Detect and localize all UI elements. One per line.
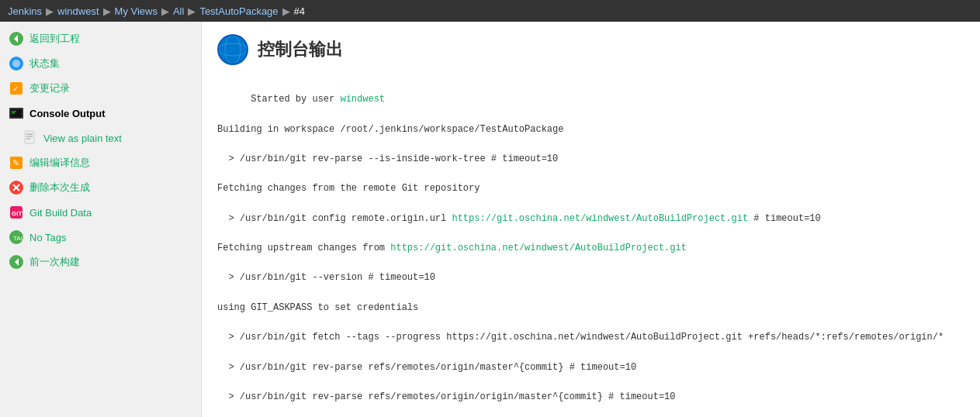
line-11: > /usr/bin/git rev-parse refs/remotes/or… — [217, 391, 676, 402]
main-layout: 返回到工程 状态集 ✓ 变更记录 — [0, 22, 980, 417]
line-10: > /usr/bin/git rev-parse refs/remotes/or… — [217, 362, 636, 373]
svg-text:✓: ✓ — [12, 84, 19, 93]
sep3: ▶ — [161, 5, 169, 17]
sidebar-item-back[interactable]: 返回到工程 — [0, 26, 201, 51]
line-2: Building in workspace /root/.jenkins/wor… — [217, 124, 563, 135]
line-1: Started by user — [251, 94, 340, 105]
line-8: using GIT_ASKPASS to set credentials — [217, 302, 418, 313]
breadcrumb-package[interactable]: TestAutoPackage — [199, 5, 278, 17]
sidebar-item-changes-label: 变更记录 — [29, 81, 70, 95]
back-icon — [8, 30, 25, 47]
sep4: ▶ — [188, 5, 196, 17]
sidebar-item-prev[interactable]: 前一次构建 — [0, 250, 201, 274]
sidebar-item-plain-label: View as plain text — [43, 133, 122, 144]
sidebar: 返回到工程 状态集 ✓ 变更记录 — [0, 22, 202, 417]
content-header: 控制台输出 — [217, 34, 964, 65]
breadcrumb-myviews[interactable]: My Views — [115, 5, 158, 17]
sep5: ▶ — [282, 5, 290, 17]
sidebar-item-console[interactable]: Console Output — [0, 101, 201, 126]
svg-rect-10 — [25, 131, 34, 143]
prev-icon — [8, 253, 25, 271]
line-4: Fetching changes from the remote Git rep… — [217, 183, 480, 194]
line-5-post: # timeout=10 — [748, 213, 821, 224]
line-9: > /usr/bin/git fetch --tags --progress h… — [217, 332, 944, 343]
line-6-pre: Fetching upstream changes from — [217, 243, 390, 253]
console-output: Started by user windwest Building in wor… — [217, 78, 964, 417]
sidebar-item-git[interactable]: GIT Git Build Data — [0, 200, 201, 225]
main-content: 控制台输出 Started by user windwest Building … — [202, 22, 980, 417]
sep2: ▶ — [103, 5, 111, 17]
plain-icon — [22, 129, 39, 146]
breadcrumb-jenkins[interactable]: Jenkins — [8, 5, 42, 17]
page-title: 控制台输出 — [258, 38, 343, 61]
svg-text:GIT: GIT — [12, 210, 22, 217]
sidebar-item-delete[interactable]: 删除本次生成 — [0, 175, 201, 200]
svg-point-3 — [12, 60, 20, 67]
breadcrumb-windwest[interactable]: windwest — [57, 5, 99, 17]
breadcrumb-all[interactable]: All — [173, 5, 184, 17]
sidebar-item-status[interactable]: 状态集 — [0, 51, 201, 76]
status-icon — [8, 55, 25, 72]
globe-icon — [217, 34, 248, 65]
sidebar-item-notag[interactable]: TAG No Tags — [0, 225, 201, 250]
git-icon: GIT — [8, 204, 25, 221]
sidebar-item-back-label: 返回到工程 — [29, 32, 80, 46]
delete-icon — [8, 179, 25, 196]
svg-text:TAG: TAG — [13, 235, 24, 242]
svg-text:✎: ✎ — [12, 158, 19, 167]
sidebar-item-plain[interactable]: View as plain text — [0, 126, 201, 150]
sidebar-item-notag-label: No Tags — [29, 232, 66, 243]
sidebar-item-git-label: Git Build Data — [29, 207, 92, 219]
edit-icon: ✎ — [8, 154, 25, 171]
user-link[interactable]: windwest — [340, 94, 385, 105]
changes-icon: ✓ — [8, 80, 25, 97]
topbar: Jenkins ▶ windwest ▶ My Views ▶ All ▶ Te… — [0, 0, 980, 22]
sidebar-item-edit-label: 编辑编译信息 — [29, 156, 90, 170]
line-7: > /usr/bin/git --version # timeout=10 — [217, 272, 435, 283]
sidebar-item-changes[interactable]: ✓ 变更记录 — [0, 76, 201, 101]
url1-link[interactable]: https://git.oschina.net/windwest/AutoBui… — [452, 213, 748, 224]
sidebar-item-status-label: 状态集 — [29, 57, 60, 71]
console-icon — [8, 105, 25, 122]
url2-link[interactable]: https://git.oschina.net/windwest/AutoBui… — [390, 243, 687, 253]
sidebar-item-delete-label: 删除本次生成 — [29, 181, 90, 195]
breadcrumb-build: #4 — [294, 5, 305, 17]
notag-icon: TAG — [8, 229, 25, 246]
sidebar-item-prev-label: 前一次构建 — [29, 255, 80, 269]
sep1: ▶ — [46, 5, 54, 17]
sidebar-item-console-label: Console Output — [29, 108, 106, 119]
line-5-pre: > /usr/bin/git config remote.origin.url — [217, 213, 452, 224]
line-3: > /usr/bin/git rev-parse --is-inside-wor… — [217, 153, 558, 164]
sidebar-item-edit[interactable]: ✎ 编辑编译信息 — [0, 150, 201, 175]
